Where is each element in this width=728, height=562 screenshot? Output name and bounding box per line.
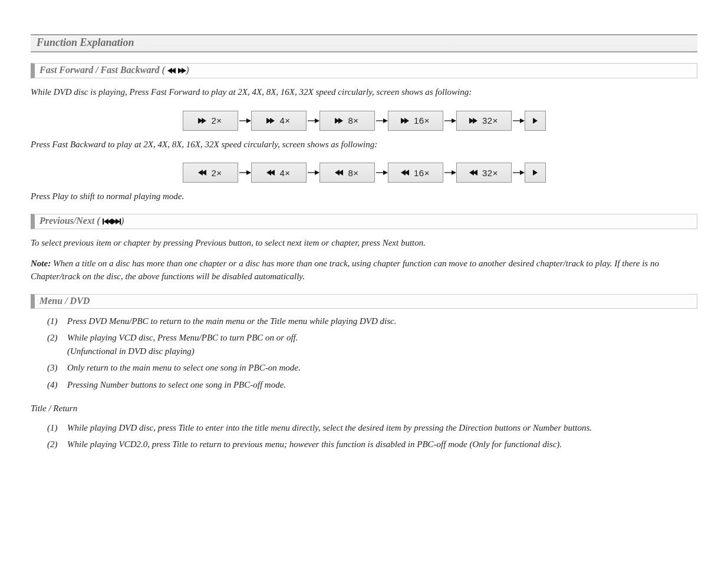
fast-forward-flow: 2× 4× 8× 16× 32× (31, 111, 697, 131)
section-title-prevnext: Previous/Next ( ) (31, 214, 697, 229)
fast-forward-icon (335, 118, 343, 124)
play-icon (533, 170, 538, 176)
list-text: While playing VCD2.0, press Title to ret… (67, 438, 562, 451)
arrow-right-icon (443, 170, 456, 176)
arrow-right-icon (307, 170, 319, 176)
list-num: (1) (47, 315, 61, 328)
arrow-right-icon (307, 118, 319, 124)
note-label: Note: (31, 259, 51, 268)
list-num: (1) (47, 421, 61, 435)
play-chip (525, 163, 546, 183)
svg-marker-14 (246, 170, 251, 175)
arrow-right-icon (512, 170, 525, 176)
paragraph: While DVD disc is playing, Press Fast Fo… (31, 85, 697, 99)
fast-forward-icon (469, 118, 477, 124)
section-title-text: Previous/Next ( (39, 216, 100, 226)
fast-forward-icon (198, 118, 206, 124)
fast-backward-icon (469, 170, 477, 176)
svg-marker-22 (520, 170, 525, 175)
speed-label: 16× (414, 168, 430, 178)
fb-chip-8x: 8× (319, 163, 375, 183)
list-item: (2) While playing VCD2.0, press Title to… (47, 438, 697, 451)
play-icon (533, 118, 538, 124)
list-item: (2) While playing VCD disc, Press Menu/P… (47, 331, 697, 358)
fast-backward-icon (335, 170, 343, 176)
play-chip (525, 111, 546, 131)
svg-marker-10 (452, 118, 456, 123)
note-body: When a title on a disc has more than one… (31, 259, 659, 282)
fb-chip-4x: 4× (251, 163, 307, 183)
list-num: (2) (47, 331, 61, 358)
list-text2: (Unfunctional in DVD disc playing) (67, 346, 195, 356)
speed-label: 32× (482, 115, 498, 125)
fb-chip-16x: 16× (388, 163, 443, 183)
speed-label: 16× (414, 115, 430, 125)
svg-marker-16 (315, 170, 319, 175)
ff-chip-8x: 8× (319, 111, 375, 131)
list-num: (2) (47, 438, 61, 451)
list-item: (3) Only return to the main menu to sele… (47, 361, 697, 375)
speed-label: 2× (211, 168, 222, 178)
svg-marker-20 (452, 170, 456, 175)
ff-chip-32x: 32× (456, 111, 512, 131)
section-title-menu: Menu / DVD (31, 294, 697, 309)
fast-backward-icon (266, 170, 275, 176)
fast-backward-icon (401, 170, 409, 176)
list-item: (4) Pressing Number buttons to select on… (47, 378, 697, 392)
paragraph: To select previous item or chapter by pr… (31, 236, 697, 250)
fast-backward-flow: 2× 4× 8× 16× 32× (31, 163, 697, 183)
ff-chip-2x: 2× (183, 111, 238, 131)
fast-forward-icon (401, 118, 409, 124)
title-return-list: (1) While playing DVD disc, press Title … (31, 421, 697, 451)
speed-label: 8× (348, 115, 358, 125)
list-text: While playing VCD disc, Press Menu/PBC t… (67, 333, 298, 342)
speed-label: 4× (279, 168, 290, 178)
next-icon (112, 216, 121, 227)
svg-marker-12 (520, 118, 525, 123)
list-num: (4) (47, 378, 61, 392)
fb-chip-32x: 32× (456, 163, 512, 183)
section-title-text: Fast Forward / Fast Backward ( (39, 65, 165, 75)
svg-marker-4 (246, 118, 251, 123)
arrow-right-icon (375, 170, 388, 176)
list-text: Only return to the main menu to select o… (67, 361, 301, 375)
ff-chip-16x: 16× (388, 111, 443, 131)
ff-chip-4x: 4× (251, 111, 307, 131)
svg-marker-8 (383, 118, 388, 123)
arrow-right-icon (375, 118, 388, 124)
fast-forward-icon (178, 65, 186, 76)
list-text: While playing DVD disc, press Title to e… (67, 421, 592, 435)
svg-marker-6 (315, 118, 319, 123)
list-text: Pressing Number buttons to select one so… (67, 378, 286, 392)
fast-backward-icon (198, 170, 206, 176)
speed-label: 2× (211, 115, 222, 125)
section-title-fast: Fast Forward / Fast Backward ( ) (31, 63, 697, 78)
page-title: Function Explanation (31, 34, 697, 52)
speed-label: 8× (348, 168, 358, 178)
arrow-right-icon (512, 118, 525, 124)
menu-list: (1) Press DVD Menu/PBC to return to the … (31, 315, 697, 392)
fb-chip-2x: 2× (183, 163, 238, 183)
list-text: Press DVD Menu/PBC to return to the main… (67, 315, 396, 328)
list-item: (1) While playing DVD disc, press Title … (47, 421, 697, 435)
arrow-right-icon (238, 170, 251, 176)
fast-forward-icon (266, 118, 275, 124)
arrow-right-icon (443, 118, 456, 124)
svg-marker-18 (383, 170, 388, 175)
paren-close: ) (186, 65, 189, 75)
list-num: (3) (47, 361, 61, 375)
speed-label: 4× (279, 115, 290, 125)
fast-backward-icon (167, 65, 176, 76)
speed-label: 32× (482, 168, 498, 178)
list-item: (1) Press DVD Menu/PBC to return to the … (47, 315, 697, 328)
subheading-title-return: Title / Return (31, 402, 697, 415)
previous-icon (103, 216, 112, 227)
paragraph: Press Fast Backward to play at 2X, 4X, 8… (31, 138, 697, 151)
arrow-right-icon (238, 118, 251, 124)
note-paragraph: Note: When a title on a disc has more th… (31, 257, 697, 283)
paren-close: ) (121, 216, 124, 226)
paragraph: Press Play to shift to normal playing mo… (31, 190, 697, 203)
